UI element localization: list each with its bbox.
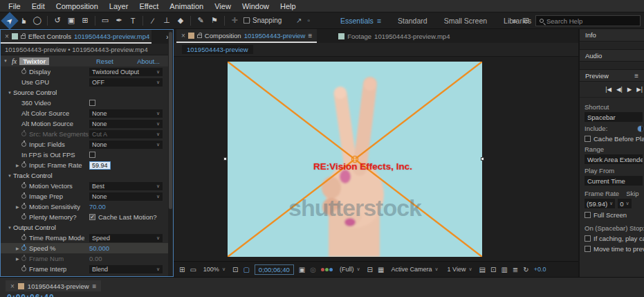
tab-effect-controls[interactable]: × Effect Controls 1019504443-preview.mp4… [1, 30, 151, 44]
workspace-essentials[interactable]: Essentials≡ [340, 17, 381, 25]
menu-animation[interactable]: Animation [164, 2, 209, 10]
timeline-button-icon[interactable]: ▥ [501, 266, 507, 273]
roi-button-icon[interactable]: ⊟ [367, 266, 373, 273]
camera-select[interactable]: Active Camera∨ [389, 265, 440, 273]
menu-help[interactable]: Help [275, 2, 302, 10]
effect-header-twixtor[interactable]: ▼ fx Twixtor Reset About... [1, 55, 168, 66]
workspace-menu-icon[interactable]: ≡ [377, 17, 381, 25]
zoom-tool-icon[interactable]: ◯ [31, 15, 44, 27]
expand-icon[interactable]: ▶ [16, 163, 21, 168]
param-in-fps-is-out-fps[interactable]: In FPS is Out FPS [1, 150, 168, 160]
monitor-icon[interactable]: ▭ [190, 266, 196, 273]
current-time[interactable]: 0;00;06;40 [255, 264, 294, 275]
param-input-fields[interactable]: Input: FieldsNone∨ [1, 139, 168, 150]
dropdown-display[interactable]: Twixtored Output∨ [89, 68, 163, 76]
play-button[interactable]: ▶ [627, 86, 632, 93]
checkbox-in-fps-is-out-fps[interactable] [89, 152, 95, 158]
info-panel-header[interactable]: Info [580, 29, 644, 42]
framerate-select[interactable]: (59.94) ∨ [585, 199, 615, 208]
view-layout-select[interactable]: 1 View∨ [445, 265, 475, 273]
type-tool-icon[interactable]: T [127, 15, 139, 27]
preview-panel-header[interactable]: Preview ≡ [580, 69, 644, 82]
range-select[interactable]: Work Area Extended By [585, 154, 643, 164]
always-preview-icon[interactable]: ⊞ [179, 266, 185, 273]
show-channel-icon[interactable] [321, 268, 333, 271]
param-360-video[interactable]: 360 Video [1, 98, 168, 108]
dropdown-alt-color-source[interactable]: None∨ [89, 109, 163, 118]
param-image-prep[interactable]: Image PrepNone∨ [1, 191, 168, 201]
dropdown-use-gpu[interactable]: OFF∨ [89, 78, 163, 87]
effect-name[interactable]: Twixtor [19, 57, 49, 65]
tab-composition[interactable]: × Composition 1019504443-preview ≡ [176, 29, 317, 43]
stopwatch-icon[interactable] [21, 69, 26, 74]
camera-tool-icon[interactable]: ▣ [65, 15, 77, 27]
roto-brush-tool-icon[interactable]: ✎ [194, 15, 207, 27]
menu-file[interactable]: File [3, 2, 26, 10]
param-alt-motion-source[interactable]: Alt Motion SourceNone∨ [1, 118, 168, 129]
stopwatch-icon[interactable] [21, 246, 26, 251]
safe-margins-icon[interactable]: ▤ [479, 266, 486, 273]
tab-footage[interactable]: Footage 1019504443-preview.mp4 [333, 29, 454, 43]
edit-field-input-frame-rate[interactable]: 59.94 [89, 161, 111, 170]
composition-viewer[interactable]: RE:Vision Effects, Inc. shutterstock [174, 57, 578, 261]
expand-icon[interactable]: ▶ [16, 256, 21, 261]
panel-menu-icon[interactable]: ≡ [93, 282, 97, 290]
region-of-interest-icon[interactable]: ▢ [243, 266, 249, 273]
shortcut-select[interactable]: Spacebar [585, 112, 643, 122]
snapping-option-icon-1[interactable]: ▫ [307, 17, 310, 24]
collapse-icon[interactable]: ▼ [8, 226, 13, 230]
dropdown-motion-vectors[interactable]: Best∨ [89, 182, 163, 190]
stopwatch-icon[interactable] [21, 142, 26, 147]
cache-before-playback-row[interactable]: Cache Before Playback [585, 135, 644, 143]
show-snapshot-icon[interactable]: ◎ [310, 266, 316, 273]
close-icon[interactable]: × [10, 282, 15, 290]
param-frame-interp[interactable]: Frame InterpBlend∨ [1, 264, 168, 274]
group-output-control[interactable]: ▼Output Control [1, 222, 168, 233]
transparency-grid-icon[interactable]: ▦ [378, 266, 384, 273]
reset-exposure-icon[interactable]: ↻ [523, 266, 528, 273]
workspace-standard[interactable]: Standard [398, 17, 427, 25]
group-source-control[interactable]: ▼Source Control [1, 87, 168, 98]
effect-reset-link[interactable]: Reset [96, 57, 113, 65]
clone-stamp-tool-icon[interactable]: ⊥ [160, 15, 173, 27]
audio-panel-header[interactable]: Audio [580, 49, 644, 62]
panel-menu-icon[interactable]: ≡ [308, 32, 312, 39]
scrollbar[interactable] [168, 30, 173, 276]
collapse-icon[interactable]: ▼ [8, 174, 13, 178]
stopwatch-icon[interactable] [21, 215, 26, 219]
magnification-select[interactable]: 100%∨ [201, 265, 228, 273]
stopwatch-icon[interactable] [21, 194, 26, 199]
workspace-small-screen[interactable]: Small Screen [444, 17, 487, 25]
param-display[interactable]: DisplayTwixtored Output∨ [1, 66, 168, 77]
layer-handle-right[interactable] [481, 157, 484, 161]
collapse-icon[interactable]: ▼ [8, 91, 13, 95]
grid-guides-icon[interactable]: ⊡ [232, 266, 238, 273]
dropdown-alt-motion-source[interactable]: None∨ [89, 120, 163, 128]
resolution-select[interactable]: (Full)∨ [338, 265, 362, 273]
selection-tool-icon[interactable]: ➤ [1, 12, 18, 29]
effect-about-link[interactable]: About... [137, 57, 160, 65]
stopwatch-icon[interactable] [21, 163, 26, 168]
rotation-tool-icon[interactable]: ↺ [51, 15, 64, 27]
skip-select[interactable]: 0 ∨ [618, 199, 631, 208]
expand-icon[interactable]: ▶ [16, 246, 21, 251]
stopwatch-icon[interactable] [21, 235, 26, 240]
stopwatch-icon[interactable] [21, 204, 26, 209]
menu-layer[interactable]: Layer [104, 2, 134, 10]
menu-view[interactable]: View [209, 2, 237, 10]
snapping-checkbox[interactable] [243, 17, 250, 24]
local-axis-icon-icon[interactable]: ✚ [228, 15, 241, 27]
dropdown-frame-interp[interactable]: Blend∨ [89, 265, 163, 273]
param-motion-sensitivity[interactable]: ▶Motion Sensitivity70.00 [1, 201, 168, 212]
dropdown-time-remap-mode[interactable]: Speed∨ [89, 234, 163, 242]
timeline-current-time[interactable]: 0;00;06;40 [7, 293, 55, 297]
param-src-mark-segments[interactable]: Src: Mark SegmentsCut A∨ [1, 129, 168, 139]
snapping-option-icon-0[interactable]: ↗ [296, 17, 302, 24]
value-motion-sensitivity[interactable]: 70.00 [89, 203, 106, 210]
close-icon[interactable]: × [181, 32, 185, 39]
checkbox-plenty-memory[interactable]: ✓ [89, 214, 95, 220]
exposure-value[interactable]: +0.0 [534, 266, 546, 273]
workspace-switcher-icon[interactable]: ⊡ [523, 16, 529, 25]
stopwatch-icon[interactable] [21, 267, 26, 271]
panel-menu-icon[interactable]: ≡ [634, 72, 638, 80]
